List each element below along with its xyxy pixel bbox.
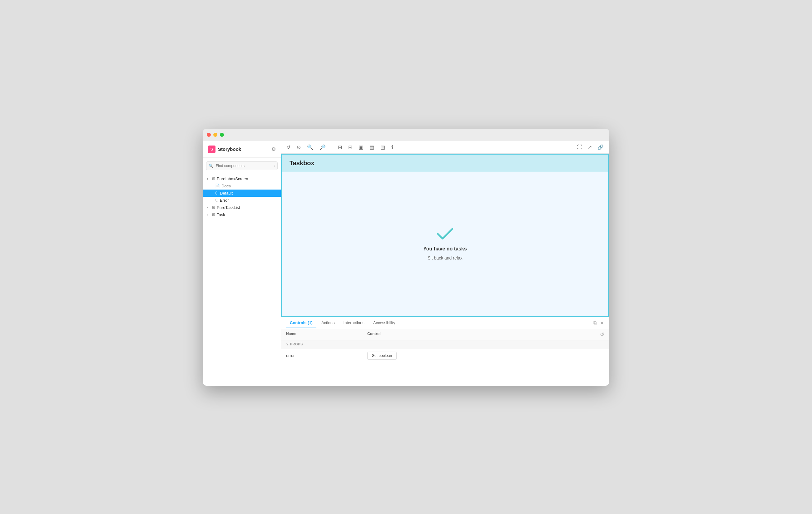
controls-table-header: Name Control ↺: [281, 329, 609, 340]
expand-icon: ▾: [207, 177, 210, 180]
app-body: S Storybook ⚙ 🔍 / ▾ ⊞ PureInboxScreen: [203, 141, 609, 385]
logo-icon: S: [208, 145, 215, 153]
sidebar-logo: S Storybook: [208, 145, 241, 153]
col-name-label: Name: [286, 332, 367, 338]
control-value-error: Set boolean: [367, 352, 591, 360]
zoom-out-button[interactable]: 🔍: [306, 143, 315, 151]
component-grid-icon: ⊞: [212, 176, 215, 181]
sidebar-header: S Storybook ⚙: [203, 141, 281, 158]
expand-panel-icon[interactable]: ⧉: [593, 320, 597, 326]
content-area: Taskbox You have no tasks Sit back and r…: [281, 154, 609, 385]
sidebar-item-default[interactable]: ⬡ Default: [203, 190, 281, 197]
zoom-reset-button[interactable]: ⊙: [295, 143, 302, 151]
minimize-button[interactable]: [213, 133, 218, 137]
titlebar: [203, 128, 609, 141]
search-icon: 🔍: [209, 164, 213, 168]
sidebar-item-label: Task: [217, 212, 225, 217]
toolbar: ↺ ⊙ 🔍 🔎 ⊞ ⊟ ▣ ▤ ▧ ℹ ⛶ ↗ 🔗: [281, 141, 609, 154]
app-title: Storybook: [218, 146, 241, 152]
sidebar-item-pure-inbox-screen[interactable]: ▾ ⊞ PureInboxScreen: [203, 175, 281, 182]
sidebar-toggle-button[interactable]: ▧: [379, 143, 387, 151]
search-bar: 🔍 /: [206, 162, 278, 170]
sidebar-item-pure-task-list[interactable]: ▸ ⊞ PureTaskList: [203, 204, 281, 211]
zoom-in-button[interactable]: 🔎: [318, 143, 327, 151]
props-group: ∨ PROPS: [281, 340, 609, 348]
props-label: PROPS: [290, 342, 303, 346]
link-button[interactable]: 🔗: [596, 143, 605, 151]
tab-controls[interactable]: Controls (1): [286, 318, 316, 328]
tab-interactions[interactable]: Interactions: [340, 318, 368, 328]
tabs-row: Controls (1) Actions Interactions Access…: [281, 317, 609, 329]
traffic-lights: [207, 133, 224, 137]
preview-header: Taskbox: [282, 154, 608, 172]
sidebar-item-error[interactable]: ⬡ Error: [203, 197, 281, 204]
refresh-button[interactable]: ↺: [285, 143, 292, 151]
close-button[interactable]: [207, 133, 211, 137]
toolbar-separator-1: [332, 144, 332, 150]
expand-icon: ▸: [207, 213, 210, 217]
col-control-label: Control: [367, 332, 591, 338]
sidebar: S Storybook ⚙ 🔍 / ▾ ⊞ PureInboxScreen: [203, 141, 281, 385]
external-link-button[interactable]: ↗: [586, 143, 593, 151]
maximize-button[interactable]: [220, 133, 224, 137]
sidebar-item-task[interactable]: ▸ ⊞ Task: [203, 211, 281, 218]
sidebar-item-docs[interactable]: 📄 Docs: [203, 182, 281, 190]
control-row-error: error Set boolean: [281, 348, 609, 363]
component-grid-icon: ⊞: [212, 212, 215, 217]
sidebar-item-label: Error: [220, 198, 229, 203]
sidebar-item-label: Default: [220, 191, 233, 196]
sidebar-item-label: Docs: [222, 183, 231, 188]
main-content: ↺ ⊙ 🔍 🔎 ⊞ ⊟ ▣ ▤ ▧ ℹ ⛶ ↗ 🔗: [281, 141, 609, 385]
split-view-button[interactable]: ▣: [357, 143, 365, 151]
set-boolean-button[interactable]: Set boolean: [367, 352, 397, 360]
nav-tree: ▾ ⊞ PureInboxScreen 📄 Docs ⬡ Default: [203, 174, 281, 385]
control-name-error: error: [286, 353, 367, 358]
fullscreen-button[interactable]: ⛶: [576, 143, 584, 151]
preview-area: Taskbox You have no tasks Sit back and r…: [281, 154, 609, 317]
chevron-down-icon: ∨: [286, 342, 289, 346]
story-icon: ⬡: [215, 191, 218, 195]
gear-icon[interactable]: ⚙: [271, 146, 276, 152]
search-shortcut: /: [274, 164, 275, 168]
info-button[interactable]: ℹ: [390, 143, 395, 151]
tabs-right-actions: ⧉ ✕: [593, 320, 604, 326]
list-view-button[interactable]: ▤: [368, 143, 376, 151]
component-grid-icon: ⊞: [212, 205, 215, 209]
preview-title: Taskbox: [290, 160, 315, 166]
tab-actions[interactable]: Actions: [318, 318, 339, 328]
story-icon: ⬡: [215, 198, 218, 202]
toolbar-right: ⛶ ↗ 🔗: [576, 143, 605, 151]
sidebar-item-label: PureTaskList: [217, 205, 240, 210]
app-window: S Storybook ⚙ 🔍 / ▾ ⊞ PureInboxScreen: [203, 128, 609, 385]
expand-icon: ▸: [207, 206, 210, 209]
tab-accessibility[interactable]: Accessibility: [370, 318, 399, 328]
no-tasks-subtitle: Sit back and relax: [428, 255, 462, 260]
checkmark-icon: [437, 227, 453, 242]
sidebar-item-label: PureInboxScreen: [217, 176, 248, 181]
reset-all-icon[interactable]: ↺: [591, 332, 604, 338]
grid-view-button[interactable]: ⊞: [336, 143, 344, 151]
panel-view-button[interactable]: ⊟: [347, 143, 354, 151]
preview-body: You have no tasks Sit back and relax: [282, 172, 608, 316]
bottom-panel: Controls (1) Actions Interactions Access…: [281, 317, 609, 385]
controls-content: Name Control ↺ ∨ PROPS error Set boolean: [281, 329, 609, 385]
close-panel-icon[interactable]: ✕: [600, 320, 604, 326]
search-input[interactable]: [206, 162, 278, 170]
doc-icon: 📄: [215, 183, 220, 188]
no-tasks-label: You have no tasks: [423, 246, 467, 252]
